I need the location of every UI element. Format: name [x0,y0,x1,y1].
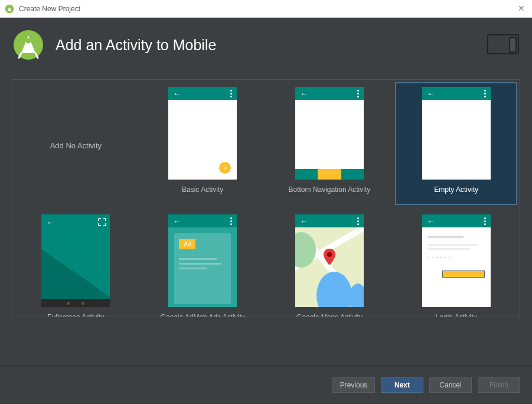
device-icon [487,34,519,56]
finish-button: Finish [478,377,520,393]
window-title: Create New Project [19,5,80,13]
svg-rect-5 [510,38,516,52]
template-fullscreen-activity[interactable]: ← Fullscreen Activity [15,210,137,317]
template-thumb: ← [41,214,110,307]
back-arrow-icon: ← [173,89,181,98]
template-thumb: ← [295,87,364,180]
page-title: Add an Activity to Mobile [56,37,216,54]
more-icon [357,217,359,225]
wizard-header: Add an Activity to Mobile [0,18,532,72]
login-button-preview [442,271,485,278]
more-icon [230,217,232,225]
back-arrow-icon: ← [173,217,181,226]
template-bottom-navigation-activity[interactable]: ← Bottom Navigation Activity [269,82,391,205]
content-area: Add No Activity ← + Basic Activity ← Bot… [0,72,532,365]
back-arrow-icon: ← [300,89,308,98]
next-button[interactable]: Next [381,377,423,393]
fab-icon: + [219,162,231,174]
template-label: Empty Activity [434,185,478,194]
template-login-activity[interactable]: ← • • • • • • Login Activity [395,210,517,317]
template-label: Add No Activity [50,141,102,150]
map-pin-icon [324,249,335,265]
template-maps-activity[interactable]: ← Google Maps Activity [269,210,391,317]
template-label: Bottom Navigation Activity [289,185,371,194]
android-studio-icon [5,4,14,14]
template-basic-activity[interactable]: ← + Basic Activity [142,82,264,205]
template-thumb: ← Ad [168,214,237,307]
back-arrow-icon: ← [427,217,435,226]
template-admob-activity[interactable]: ← Ad Google AdMob Ads Activity [142,210,264,317]
template-gallery[interactable]: Add No Activity ← + Basic Activity ← Bot… [12,80,520,317]
svg-point-1 [9,6,11,8]
template-label: Login Activity [436,313,477,317]
template-add-no-activity[interactable]: Add No Activity [15,82,137,205]
fullscreen-icon [98,218,106,226]
close-icon[interactable]: ✕ [518,4,525,13]
template-thumb: ← [422,87,491,180]
template-label: Basic Activity [182,185,223,194]
title-bar: Create New Project ✕ [0,0,532,18]
previous-button[interactable]: Previous [332,377,375,393]
template-thumb: ← + [168,87,237,180]
back-arrow-icon: ← [427,89,435,98]
more-icon [484,217,486,225]
cancel-button[interactable]: Cancel [429,377,472,393]
ad-badge: Ad [179,239,195,249]
more-icon [484,90,486,97]
android-studio-logo-icon [13,30,44,60]
template-gallery-frame: Add No Activity ← + Basic Activity ← Bot… [12,79,520,317]
template-empty-activity[interactable]: ← Empty Activity [395,82,517,205]
template-label: Google AdMob Ads Activity [160,313,244,317]
more-icon [357,90,359,97]
svg-point-6 [327,252,332,257]
svg-point-3 [26,38,31,44]
more-icon [230,90,232,97]
back-arrow-icon: ← [46,218,54,227]
template-thumb: ← [295,214,364,307]
back-arrow-icon: ← [300,217,308,226]
template-thumb: ← • • • • • • [422,214,491,307]
wizard-footer: Previous Next Cancel Finish [0,365,532,404]
template-label: Google Maps Activity [296,313,363,317]
template-label: Fullscreen Activity [47,313,104,317]
